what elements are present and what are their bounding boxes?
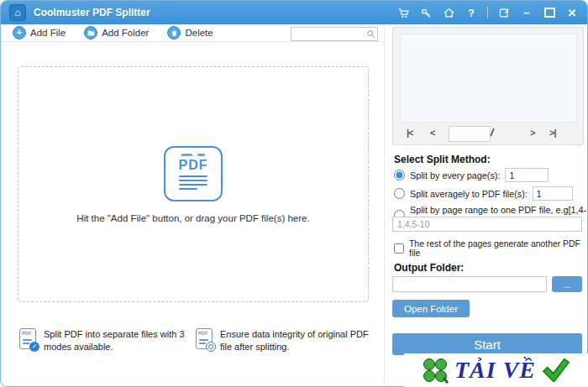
page-range-input[interactable]: [392, 217, 582, 232]
maximize-button[interactable]: [543, 6, 556, 19]
page-separator: /: [491, 127, 493, 139]
option-split-averagely: Split averagely to PDF file(s):: [394, 186, 573, 201]
screenshot-stage: ⌂ Coolmuster PDF Splitter ? –: [0, 0, 588, 387]
search-input[interactable]: [291, 29, 366, 39]
page-number-input[interactable]: [449, 126, 491, 142]
option-split-every-pages: Split by every page(s):: [394, 168, 549, 182]
rest-pages-option: The rest of the pages generate another P…: [394, 239, 587, 258]
search-box: [291, 27, 378, 41]
preview-panel: |< < / > >|: [392, 27, 584, 145]
output-path-input[interactable]: [392, 276, 547, 292]
help-icon[interactable]: ?: [465, 6, 478, 19]
pdf-icon-label: PDF: [179, 158, 208, 173]
minimize-button[interactable]: –: [520, 6, 533, 19]
feature-data-integrity: PDF Ensure data integrity of original PD…: [196, 328, 379, 353]
page-navigation: |< < / > >|: [393, 126, 583, 144]
open-folder-button[interactable]: Open Folder: [392, 300, 470, 317]
browse-button[interactable]: ...: [552, 276, 582, 292]
cart-icon[interactable]: [396, 6, 410, 19]
app-window: ⌂ Coolmuster PDF Splitter ? –: [0, 0, 588, 387]
drop-hint-text: Hit the "Add File" button, or drag your …: [76, 213, 309, 223]
file-drop-area[interactable]: PDF Hit the "Add File" button, or drag y…: [18, 66, 369, 302]
home-icon[interactable]: [442, 6, 455, 19]
home-glyph: ⌂: [14, 8, 20, 18]
add-folder-icon: [84, 26, 97, 39]
add-folder-label: Add Folder: [102, 28, 149, 38]
search-icon[interactable]: [366, 29, 375, 39]
radio-split-every-pages[interactable]: [394, 170, 405, 180]
radio-split-averagely[interactable]: [394, 188, 405, 199]
rest-pages-checkbox[interactable]: [394, 243, 404, 254]
green-check-icon: [543, 358, 570, 382]
window-title: Coolmuster PDF Splitter: [34, 7, 150, 18]
page-preview: [400, 34, 577, 123]
average-files-count-input[interactable]: [533, 186, 573, 201]
rest-pages-label: The rest of the pages generate another P…: [409, 239, 587, 258]
check-badge-icon: ✓: [29, 342, 39, 352]
titlebar-divider: [487, 7, 488, 18]
titlebar-icons: ? – ✕: [396, 6, 579, 19]
start-button[interactable]: Start: [392, 333, 582, 355]
first-page-icon[interactable]: |<: [407, 128, 413, 138]
feedback-icon[interactable]: [497, 6, 511, 19]
panel-divider: [384, 24, 385, 386]
add-file-icon: +: [13, 26, 26, 39]
feature-text: Split PDF into separate files with 3 mod…: [44, 328, 196, 353]
delete-label: Delete: [185, 28, 213, 38]
pdf-check-icon: PDF ✓: [19, 328, 36, 349]
gear-badge-icon: [206, 342, 216, 352]
add-file-button[interactable]: + Add File: [13, 26, 66, 39]
every-pages-count-input[interactable]: [505, 168, 549, 182]
titlebar: ⌂ Coolmuster PDF Splitter ? –: [1, 1, 587, 24]
close-button[interactable]: ✕: [565, 6, 579, 19]
pdf-icon-dashes: [181, 154, 205, 156]
download-text: TẢI VỀ: [454, 357, 536, 384]
output-folder-heading: Output Folder:: [394, 262, 464, 274]
prev-page-icon[interactable]: <: [430, 128, 434, 138]
pdf-gear-icon: PDF: [196, 328, 213, 349]
option-label: Split by every page(s):: [410, 170, 500, 180]
feature-split-modes: PDF ✓ Split PDF into separate files with…: [19, 328, 196, 353]
app-logo: ⌂: [9, 4, 26, 21]
download-overlay: TẢI VỀ: [404, 353, 588, 387]
split-method-heading: Select Split Method:: [394, 154, 491, 165]
last-page-icon[interactable]: >|: [549, 128, 556, 138]
feature-text: Ensure data integrity of original PDF fi…: [220, 328, 379, 353]
pdf-document-icon: PDF: [164, 146, 223, 201]
next-page-icon[interactable]: >: [530, 128, 534, 138]
delete-icon: [167, 26, 181, 39]
register-key-icon[interactable]: [419, 6, 433, 19]
delete-button[interactable]: Delete: [167, 26, 213, 39]
clover-icon: [423, 358, 448, 383]
add-folder-button[interactable]: Add Folder: [84, 26, 149, 39]
pdf-icon-lines: [179, 175, 207, 191]
maximize-glyph: [544, 8, 555, 18]
option-label: Split averagely to PDF file(s):: [410, 189, 528, 199]
add-file-label: Add File: [30, 28, 66, 38]
